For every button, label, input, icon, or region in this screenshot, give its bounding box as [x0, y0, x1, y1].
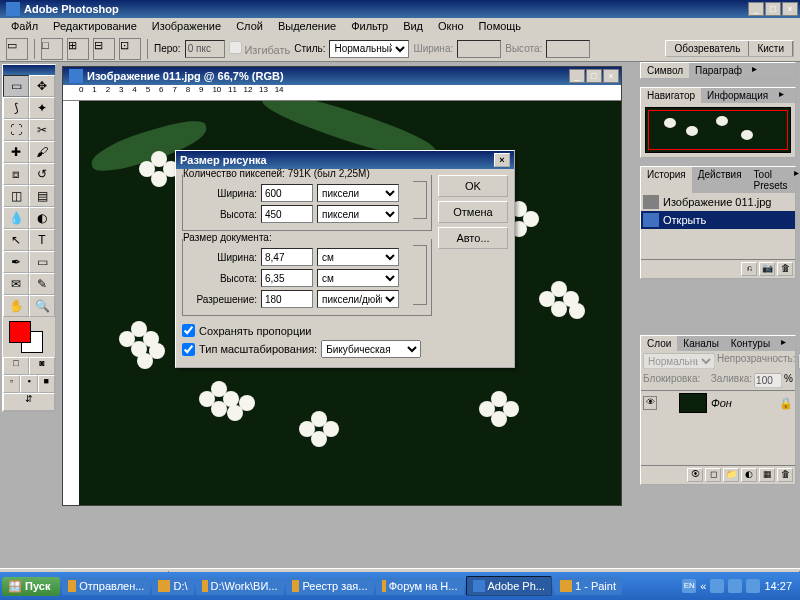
resolution-unit[interactable]: пиксели/дюйм — [317, 290, 399, 308]
pixel-width-input[interactable] — [261, 184, 313, 202]
brush-tool[interactable]: 🖌 — [29, 141, 55, 163]
shape-tool[interactable]: ▭ — [29, 251, 55, 273]
screenmode-std[interactable]: ▫ — [3, 375, 20, 393]
wand-tool[interactable]: ✦ — [29, 97, 55, 119]
menu-window[interactable]: Окно — [431, 19, 471, 35]
doc-height-input[interactable] — [261, 269, 313, 287]
tab-toolpresets[interactable]: Tool Presets — [748, 167, 794, 193]
minimize-button[interactable]: _ — [748, 2, 764, 16]
sel-int-icon[interactable]: ⊡ — [119, 38, 141, 60]
start-button[interactable]: 🪟 Пуск — [2, 577, 60, 596]
new-layer-icon[interactable]: ▦ — [759, 468, 775, 482]
tray-expand-icon[interactable]: « — [700, 580, 706, 592]
layer-background[interactable]: 👁 Фон 🔒 — [641, 390, 795, 415]
resample-method-select[interactable]: Бикубическая — [321, 340, 421, 358]
task-2[interactable]: D:\ — [152, 577, 193, 595]
hand-tool[interactable]: ✋ — [3, 295, 29, 317]
type-tool[interactable]: T — [29, 229, 55, 251]
doc-height-unit[interactable]: см — [317, 269, 399, 287]
tray-icon[interactable] — [746, 579, 760, 593]
jump-to-imageready[interactable]: ⇵ — [3, 393, 55, 411]
task-5[interactable]: Форум на Н... — [376, 577, 464, 595]
style-select[interactable]: Нормальный — [329, 40, 409, 58]
pixel-height-input[interactable] — [261, 205, 313, 223]
dodge-tool[interactable]: ◐ — [29, 207, 55, 229]
tab-paragraph[interactable]: Параграф — [689, 63, 748, 78]
tab-history[interactable]: История — [641, 167, 692, 193]
sel-add-icon[interactable]: ⊞ — [67, 38, 89, 60]
feather-input[interactable] — [185, 40, 225, 58]
tab-browser[interactable]: Обозреватель — [666, 41, 749, 56]
history-snapshot[interactable]: Изображение 011.jpg — [641, 193, 795, 211]
navigator-thumbnail[interactable] — [645, 107, 791, 153]
history-brush-tool[interactable]: ↺ — [29, 163, 55, 185]
sel-new-icon[interactable]: □ — [41, 38, 63, 60]
move-tool[interactable]: ✥ — [29, 75, 55, 97]
resolution-input[interactable] — [261, 290, 313, 308]
pixel-width-unit[interactable]: пиксели — [317, 184, 399, 202]
eyedropper-tool[interactable]: ✎ — [29, 273, 55, 295]
crop-tool[interactable]: ⛶ — [3, 119, 29, 141]
pixel-height-unit[interactable]: пиксели — [317, 205, 399, 223]
screenmode-fullmenu[interactable]: ■ — [38, 375, 55, 393]
task-7[interactable]: 1 - Paint — [554, 577, 622, 595]
new-doc-from-state-icon[interactable]: ⎌ — [741, 262, 757, 276]
tray-icon[interactable] — [728, 579, 742, 593]
layer-mask-icon[interactable]: ◻ — [705, 468, 721, 482]
marquee-tool[interactable]: ▭ — [3, 75, 29, 97]
resample-checkbox[interactable]: Тип масштабирования: Бикубическая — [182, 340, 432, 358]
tab-navigator[interactable]: Навигатор — [641, 88, 701, 103]
sel-sub-icon[interactable]: ⊟ — [93, 38, 115, 60]
menu-layer[interactable]: Слой — [229, 19, 270, 35]
lang-indicator[interactable]: EN — [682, 579, 696, 593]
cancel-button[interactable]: Отмена — [438, 201, 508, 223]
eraser-tool[interactable]: ◫ — [3, 185, 29, 207]
doc-width-input[interactable] — [261, 248, 313, 266]
tab-layers[interactable]: Слои — [641, 336, 677, 351]
visibility-icon[interactable]: 👁 — [643, 396, 657, 410]
new-set-icon[interactable]: 📁 — [723, 468, 739, 482]
trash-icon[interactable]: 🗑 — [777, 262, 793, 276]
ok-button[interactable]: OK — [438, 175, 508, 197]
doc-minimize-button[interactable]: _ — [569, 69, 585, 83]
blur-tool[interactable]: 💧 — [3, 207, 29, 229]
tab-info[interactable]: Информация — [701, 88, 774, 103]
auto-button[interactable]: Авто... — [438, 227, 508, 249]
menu-edit[interactable]: Редактирование — [46, 19, 144, 35]
menu-file[interactable]: Файл — [4, 19, 45, 35]
new-snapshot-icon[interactable]: 📷 — [759, 262, 775, 276]
history-step-open[interactable]: Открыть — [641, 211, 795, 229]
task-4[interactable]: Реестр зая... — [286, 577, 374, 595]
tab-symbol[interactable]: Символ — [641, 63, 689, 78]
tab-channels[interactable]: Каналы — [677, 336, 725, 351]
path-tool[interactable]: ↖ — [3, 229, 29, 251]
dialog-close-button[interactable]: × — [494, 153, 510, 167]
foreground-swatch[interactable] — [9, 321, 31, 343]
heal-tool[interactable]: ✚ — [3, 141, 29, 163]
quickmask-off[interactable]: □ — [3, 357, 29, 375]
menu-filter[interactable]: Фильтр — [344, 19, 395, 35]
clock[interactable]: 14:27 — [764, 580, 792, 592]
menu-select[interactable]: Выделение — [271, 19, 343, 35]
zoom-tool[interactable]: 🔍 — [29, 295, 55, 317]
color-swatches[interactable] — [3, 317, 55, 357]
tray-icon[interactable] — [710, 579, 724, 593]
menu-image[interactable]: Изображение — [145, 19, 228, 35]
quickmask-on[interactable]: ◙ — [29, 357, 55, 375]
panel-menu-icon[interactable]: ▸ — [776, 336, 790, 351]
panel-menu-icon[interactable]: ▸ — [774, 88, 788, 103]
close-button[interactable]: × — [782, 2, 798, 16]
maximize-button[interactable]: □ — [765, 2, 781, 16]
panel-menu-icon[interactable]: ▸ — [794, 167, 799, 193]
notes-tool[interactable]: ✉ — [3, 273, 29, 295]
menu-help[interactable]: Помощь — [472, 19, 529, 35]
doc-width-unit[interactable]: см — [317, 248, 399, 266]
menu-view[interactable]: Вид — [396, 19, 430, 35]
gradient-tool[interactable]: ▤ — [29, 185, 55, 207]
tab-actions[interactable]: Действия — [692, 167, 748, 193]
adjustment-layer-icon[interactable]: ◐ — [741, 468, 757, 482]
pen-tool[interactable]: ✒ — [3, 251, 29, 273]
screenmode-full[interactable]: ▪ — [20, 375, 37, 393]
task-1[interactable]: Отправлен... — [62, 577, 150, 595]
task-3[interactable]: D:\Work\ВИ... — [196, 577, 284, 595]
